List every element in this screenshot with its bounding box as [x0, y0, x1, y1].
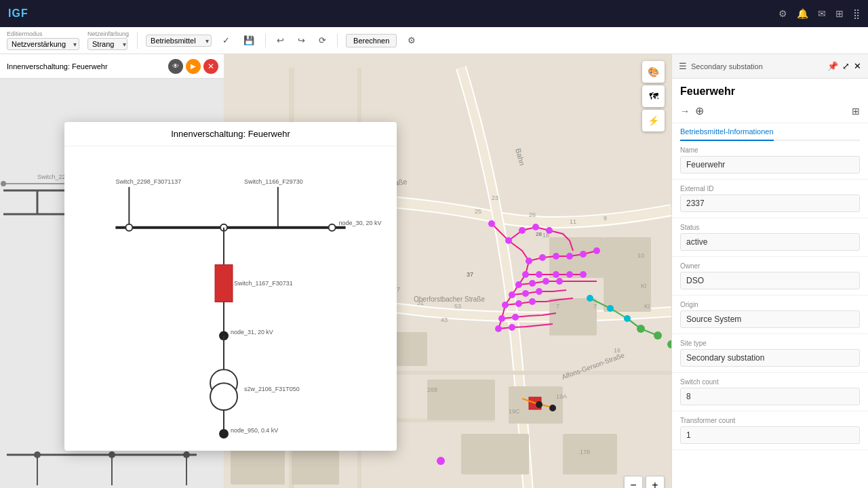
prop-row: Site type Secondary substation: [672, 334, 868, 373]
svg-point-98: [522, 290, 529, 297]
svg-point-92: [580, 271, 587, 278]
inner-modal-content: Switch_2298_F3071137 Switch_1166_F29730 …: [64, 146, 397, 451]
svg-text:19C: 19C: [509, 408, 520, 415]
svg-text:node_31, 20 kV: node_31, 20 kV: [231, 329, 273, 336]
svg-point-79: [519, 227, 526, 234]
svg-text:7: 7: [556, 303, 559, 310]
svg-point-80: [532, 224, 539, 230]
svg-point-101: [515, 300, 522, 307]
prop-label: Switch count: [680, 378, 860, 386]
prop-row: Origin Source System: [672, 296, 868, 334]
undo-btn[interactable]: ↩: [274, 34, 287, 47]
zoom-in-btn[interactable]: +: [646, 476, 665, 488]
main-area: Innenverschaltung: Feuerwehr 👁 ▶ ✕ Switc…: [0, 54, 868, 488]
svg-text:11: 11: [570, 218, 576, 225]
right-panel-actions: → ⊕ ⊞: [672, 102, 868, 123]
refresh-btn[interactable]: ⟳: [316, 34, 329, 47]
svg-point-96: [556, 278, 563, 285]
right-panel-header: ☰ Secondary substation 📌 ⤢ ✕: [672, 54, 868, 79]
close-icon-btn[interactable]: ✕: [203, 59, 218, 74]
properties-list: Name Feuerwehr External ID 2337 Status a…: [672, 141, 868, 488]
logo: IGF: [8, 7, 28, 20]
inner-modal: Innenverschaltung: Feuerwehr Switch_2298…: [64, 122, 397, 451]
zoom-out-btn[interactable]: −: [624, 476, 643, 488]
prop-value: active: [680, 233, 860, 251]
settings-icon[interactable]: ⚙: [778, 8, 787, 19]
prop-value: 1: [680, 426, 860, 444]
svg-point-87: [593, 247, 600, 254]
netcolor-section: Netzeinfärbung Strang: [87, 30, 129, 50]
mail-icon[interactable]: ✉: [818, 8, 826, 19]
svg-point-118: [437, 457, 445, 465]
prop-value: Source System: [680, 310, 860, 328]
apps-icon[interactable]: ⣿: [853, 8, 860, 19]
right-panel-close-icon[interactable]: ✕: [854, 61, 861, 71]
editmode-select[interactable]: Netzverstärkung: [7, 38, 79, 50]
svg-point-107: [587, 295, 593, 302]
svg-point-110: [637, 325, 645, 333]
prop-value: Feuerwehr: [680, 156, 860, 174]
eye-icon-btn[interactable]: 👁: [168, 59, 183, 74]
svg-rect-23: [215, 265, 233, 302]
betriebsmittel-select[interactable]: Betriebsmittel: [146, 35, 212, 47]
play-icon-btn[interactable]: ▶: [186, 59, 201, 74]
tab-bar: Betriebsmittel-Informationen: [680, 123, 860, 141]
editmode-select-wrapper: Netzverstärkung: [7, 38, 79, 50]
bell-icon[interactable]: 🔔: [797, 8, 808, 19]
svg-point-105: [495, 325, 502, 332]
topbar-icons: ⚙ 🔔 ✉ ⊞ ⣿: [778, 8, 860, 19]
svg-text:16: 16: [614, 347, 620, 354]
toolbar-settings-btn[interactable]: ⚙: [405, 34, 418, 47]
right-panel-header-title: ☰ Secondary substation: [679, 61, 763, 71]
svg-point-20: [329, 224, 336, 231]
svg-point-109: [624, 315, 631, 322]
svg-text:9: 9: [604, 215, 607, 222]
check-icon-btn[interactable]: ✓: [220, 34, 233, 47]
left-panel-header-icons: 👁 ▶ ✕: [168, 59, 218, 74]
map-controls: 🎨 🗺 ⚡: [642, 61, 665, 131]
topbar: IGF ⚙ 🔔 ✉ ⊞ ⣿: [0, 0, 868, 27]
action-grid-icon[interactable]: ⊞: [852, 106, 860, 117]
divider1: [137, 33, 138, 49]
svg-text:43: 43: [441, 317, 448, 323]
action-add-icon[interactable]: ⊕: [695, 104, 704, 117]
svg-text:Switch_2298_F3071137: Switch_2298_F3071137: [115, 178, 181, 185]
netcolor-select[interactable]: Strang: [87, 38, 127, 50]
prop-label: Origin: [680, 301, 860, 308]
map-network-btn[interactable]: ⚡: [642, 110, 665, 131]
prop-row: Owner DSO: [672, 257, 868, 296]
svg-point-82: [526, 258, 532, 264]
tab-betriebsmittel[interactable]: Betriebsmittel-Informationen: [680, 123, 774, 141]
berechnen-btn[interactable]: Berechnen: [346, 34, 397, 47]
svg-point-83: [539, 254, 546, 261]
svg-point-86: [580, 251, 587, 258]
right-panel-header-text: Secondary substation: [691, 62, 763, 70]
prop-label: External ID: [680, 185, 860, 192]
divider2: [265, 34, 266, 47]
expand-icon[interactable]: ⤢: [842, 61, 850, 71]
netcolor-label: Netzeinfärbung: [87, 30, 129, 37]
svg-point-102: [529, 298, 536, 305]
prop-value: 8: [680, 388, 860, 405]
prop-label: Transformer count: [680, 417, 860, 424]
svg-text:19A: 19A: [556, 393, 567, 400]
right-panel-header-actions: 📌 ⤢ ✕: [827, 61, 861, 71]
pin-icon[interactable]: 📌: [827, 61, 838, 71]
svg-point-85: [566, 253, 573, 260]
svg-text:31: 31: [417, 300, 424, 306]
redo-btn[interactable]: ↪: [295, 34, 308, 47]
svg-point-77: [488, 220, 495, 227]
svg-rect-50: [461, 434, 529, 474]
action-arrow-icon[interactable]: →: [680, 106, 690, 117]
map-palette-btn[interactable]: 🎨: [642, 61, 665, 83]
svg-point-100: [502, 302, 509, 308]
svg-point-94: [529, 280, 536, 287]
svg-point-117: [549, 405, 556, 411]
grid-icon[interactable]: ⊞: [835, 8, 844, 19]
svg-point-104: [512, 314, 519, 321]
prop-row: Name Feuerwehr: [672, 141, 868, 180]
save-icon-btn[interactable]: 💾: [241, 34, 257, 47]
map-layers-btn[interactable]: 🗺: [642, 85, 665, 107]
svg-rect-47: [604, 237, 651, 312]
svg-text:53: 53: [454, 303, 461, 310]
